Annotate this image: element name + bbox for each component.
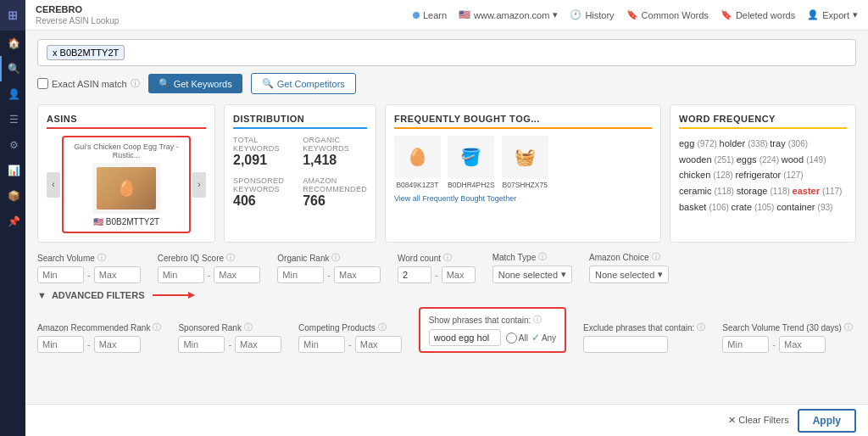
carousel-next-button[interactable]: ›: [192, 172, 206, 198]
sidebar-icon-search[interactable]: 🔍: [0, 56, 25, 81]
fbt-item-2: 🧺 B07SHHZX75: [502, 136, 548, 189]
amazon-rec-rank-label-text: Amazon Recommended Rank: [37, 323, 150, 333]
word-frequency-panel: WORD FREQUENCY egg (972) holder (338) tr…: [670, 104, 856, 243]
search-volume-inputs: -: [37, 266, 141, 283]
sidebar-icon-pin[interactable]: 📌: [0, 209, 25, 234]
exact-asin-checkbox[interactable]: Exact ASIN match ⓘ: [37, 77, 140, 90]
sponsored-keywords-label: SPONSORED KEYWORDS: [233, 176, 296, 193]
amazon-url-link[interactable]: 🇺🇸 www.amazon.com ▾: [459, 9, 558, 20]
search-tag[interactable]: x B0B2MTTY2T: [47, 45, 125, 60]
organic-rank-min[interactable]: [277, 266, 324, 283]
any-radio-label[interactable]: ✓ Any: [531, 332, 556, 344]
amazon-rec-rank-filter: Amazon Recommended Rank ⓘ -: [37, 321, 161, 353]
sidebar-icon-box[interactable]: 📦: [0, 183, 25, 209]
organic-rank-label-text: Organic Rank: [277, 254, 329, 263]
exclude-phrases-input[interactable]: [583, 336, 668, 353]
deleted-words-link[interactable]: 🔖 Deleted words: [721, 9, 795, 20]
sponsored-rank-label: Sponsored Rank ⓘ: [178, 321, 281, 333]
cerebro-iq-label: Cerebro IQ Score ⓘ: [158, 252, 261, 264]
cerebro-iq-min[interactable]: [158, 266, 204, 283]
organic-rank-max[interactable]: [334, 266, 381, 283]
competing-products-inputs: -: [298, 336, 402, 353]
any-checkmark-icon: ✓: [531, 332, 540, 344]
clear-filters-button[interactable]: ✕ Clear Filters: [728, 415, 788, 426]
apply-button[interactable]: Apply: [798, 409, 856, 433]
export-icon: 👤: [807, 9, 819, 20]
advanced-filters-header[interactable]: ▼ ADVANCED FILTERS: [37, 290, 856, 300]
word-frequency-list: egg (972) holder (338) tray (306) wooden…: [679, 136, 847, 215]
show-phrases-label: Show phrases that contain: ⓘ: [429, 314, 556, 326]
get-keywords-button[interactable]: 🔍 Get Keywords: [148, 74, 242, 93]
exclude-phrases-info-icon: ⓘ: [697, 321, 705, 333]
word-count-min[interactable]: [398, 266, 431, 283]
get-keywords-search-icon: 🔍: [159, 78, 170, 89]
history-icon: 🕐: [570, 9, 581, 20]
asin-id: 🇺🇸 B0B2MTTY2T: [69, 217, 184, 226]
word-count-max[interactable]: [442, 266, 476, 283]
sponsored-keywords-value: 406: [233, 193, 296, 209]
match-type-dropdown[interactable]: None selected ▾: [492, 266, 572, 283]
total-keywords-value: 2,091: [233, 153, 296, 168]
match-type-label-text: Match Type: [492, 253, 537, 262]
exact-asin-input[interactable]: [37, 78, 48, 89]
fbt-asin-2: B07SHHZX75: [502, 181, 548, 189]
sidebar-icon-user[interactable]: 👤: [0, 81, 25, 107]
sponsored-rank-max[interactable]: [235, 336, 281, 353]
topbar-nav: Learn 🇺🇸 www.amazon.com ▾ 🕐 History 🔖 Co…: [413, 9, 858, 20]
amazon-choice-dropdown[interactable]: None selected ▾: [589, 266, 669, 283]
sponsored-rank-min[interactable]: [178, 336, 225, 353]
fbt-item-1: 🪣 B0DHR4PH2S: [448, 136, 495, 189]
sidebar: ⊞ 🏠 🔍 👤 ☰ ⚙ 📊 📦 📌: [0, 0, 25, 436]
exclude-phrases-filter: Exclude phrases that contain: ⓘ: [583, 321, 705, 353]
cerebro-iq-max[interactable]: [214, 266, 260, 283]
sidebar-icon-list[interactable]: ☰: [0, 107, 25, 132]
amazon-rec-rank-inputs: -: [37, 336, 161, 353]
amazon-recommended-value: 766: [303, 193, 367, 209]
search-volume-trend-min[interactable]: [722, 336, 769, 353]
search-volume-trend-label: Search Volume Trend (30 days) ⓘ: [722, 321, 853, 333]
show-phrases-input[interactable]: [429, 329, 501, 346]
search-bar: x B0B2MTTY2T: [37, 39, 856, 66]
exclude-phrases-inputs: [583, 336, 705, 353]
advanced-filters-label: ADVANCED FILTERS: [52, 290, 145, 300]
search-volume-trend-filter: Search Volume Trend (30 days) ⓘ -: [722, 321, 853, 353]
history-link[interactable]: 🕐 History: [570, 9, 614, 20]
competing-products-min[interactable]: [298, 336, 345, 353]
competing-products-label: Competing Products ⓘ: [298, 321, 402, 333]
search-volume-max[interactable]: [94, 266, 141, 283]
sidebar-icon-home[interactable]: 🏠: [0, 31, 25, 56]
competing-products-dash: -: [348, 339, 352, 349]
distribution-grid: TOTAL KEYWORDS 2,091 ORGANIC KEYWORDS 1,…: [233, 136, 367, 209]
all-radio-label[interactable]: All: [506, 333, 528, 344]
export-link[interactable]: 👤 Export ▾: [807, 9, 858, 20]
learn-link[interactable]: Learn: [413, 10, 447, 20]
fbt-item-0: 🥚 B0849K1Z3T: [394, 136, 441, 189]
search-volume-trend-max[interactable]: [779, 336, 826, 353]
all-radio[interactable]: [506, 333, 517, 344]
competing-products-max[interactable]: [355, 336, 402, 353]
word-count-inputs: -: [398, 266, 476, 283]
sponsored-rank-dash: -: [228, 339, 231, 349]
amazon-rec-rank-max[interactable]: [94, 336, 141, 353]
amazon-url-label: www.amazon.com: [474, 10, 549, 20]
common-words-link[interactable]: 🔖 Common Words: [626, 9, 709, 20]
search-volume-min[interactable]: [37, 266, 84, 283]
export-chevron-icon: ▾: [853, 9, 858, 20]
amazon-choice-label-text: Amazon Choice: [589, 253, 649, 262]
main-content: x B0B2MTTY2T Exact ASIN match ⓘ 🔍 Get Ke…: [25, 31, 868, 436]
amazon-rec-rank-min[interactable]: [37, 336, 84, 353]
get-competitors-button[interactable]: 🔍 Get Competitors: [251, 73, 356, 94]
amazon-choice-chevron-icon: ▾: [658, 269, 663, 280]
sidebar-icon-gear[interactable]: ⚙: [0, 132, 25, 158]
cerebro-iq-filter: Cerebro IQ Score ⓘ -: [158, 252, 261, 283]
amazon-choice-label: Amazon Choice ⓘ: [589, 251, 669, 263]
carousel-prev-button[interactable]: ‹: [47, 172, 60, 198]
asin-image-placeholder: 🥚: [97, 167, 156, 210]
advanced-filters-row: Amazon Recommended Rank ⓘ - Sponsored Ra…: [37, 307, 856, 353]
fbt-view-all-link[interactable]: View all Frequently Bought Together: [394, 194, 652, 203]
export-label: Export: [822, 10, 849, 20]
organic-keywords-value: 1,418: [303, 153, 367, 168]
sidebar-icon-chart[interactable]: 📊: [0, 158, 25, 183]
amazon-choice-value: None selected: [595, 270, 654, 280]
search-volume-filter: Search Volume ⓘ -: [37, 252, 141, 283]
